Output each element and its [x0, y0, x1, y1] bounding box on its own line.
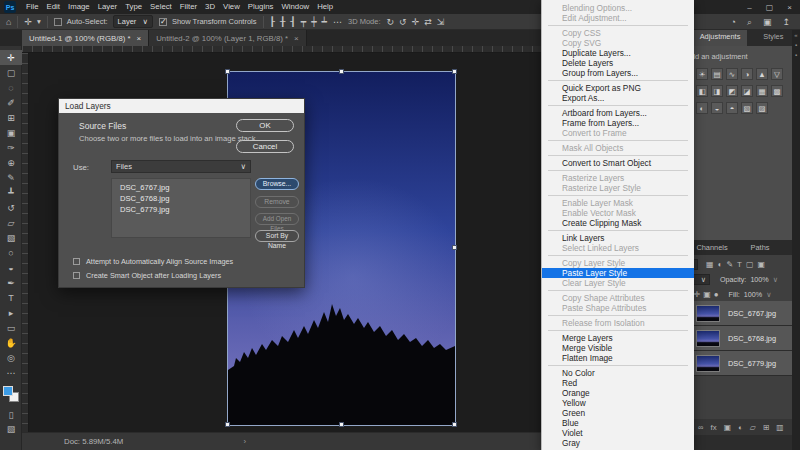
dialog-title-bar[interactable]: Load Layers: [59, 99, 304, 113]
adjustment-icon[interactable]: ◧: [696, 85, 708, 97]
menu-item[interactable]: View: [219, 0, 244, 14]
context-menu-item[interactable]: Release from Isolation: [542, 318, 694, 328]
tool-button[interactable]: ✐: [0, 95, 22, 110]
lock-icon[interactable]: ✛: [693, 290, 700, 299]
menu-item[interactable]: Image: [64, 0, 94, 14]
menu-item[interactable]: Plugins: [244, 0, 278, 14]
context-menu-item[interactable]: Create Clipping Mask: [542, 218, 694, 228]
tool-button[interactable]: ▸: [0, 305, 22, 320]
tool-button[interactable]: ◒: [0, 260, 22, 275]
quick-mask-button[interactable]: ▯: [0, 410, 22, 420]
menu-item[interactable]: Type: [121, 0, 146, 14]
context-menu-item[interactable]: Frame from Layers...: [542, 118, 694, 128]
tool-button[interactable]: ◎: [0, 350, 22, 365]
context-menu-item[interactable]: Orange: [542, 388, 694, 398]
lock-icon[interactable]: ▣: [703, 290, 711, 299]
tool-button[interactable]: ▱: [0, 215, 22, 230]
panel-tab[interactable]: Adjustments: [693, 28, 746, 46]
transform-handle[interactable]: [452, 245, 457, 250]
adjustment-icon[interactable]: ◪: [741, 85, 753, 97]
menu-item[interactable]: Window: [277, 0, 313, 14]
align-icon[interactable]: ╂: [280, 17, 285, 27]
create-smart-object-option[interactable]: Create Smart Object after Loading Layers: [73, 271, 221, 280]
dock-strip-icon[interactable]: ▪: [795, 52, 797, 58]
close-tab-icon[interactable]: ×: [137, 34, 142, 43]
workspace-icon[interactable]: ↥: [782, 17, 790, 27]
transform-handle[interactable]: [339, 422, 344, 427]
adjustment-icon[interactable]: ▧: [741, 102, 753, 114]
tool-button[interactable]: ┻: [0, 185, 22, 200]
adjustment-icon[interactable]: ▨: [756, 102, 768, 114]
context-menu-item[interactable]: Gray: [542, 438, 694, 448]
filter-icon[interactable]: ▣: [758, 260, 766, 269]
auto-select-dropdown[interactable]: Layer ∨: [113, 15, 153, 28]
tool-button[interactable]: ○: [0, 245, 22, 260]
transform-handle[interactable]: [225, 69, 230, 74]
filter-icon[interactable]: ▢: [746, 260, 754, 269]
tool-button[interactable]: ✋: [0, 335, 22, 350]
align-source-images-option[interactable]: Attempt to Automatically Align Source Im…: [73, 257, 233, 266]
layers-footer-icon[interactable]: ▱: [750, 423, 756, 432]
context-menu-item[interactable]: Duplicate Layers...: [542, 48, 694, 58]
context-menu-item[interactable]: Artboard from Layers...: [542, 108, 694, 118]
layers-footer-icon[interactable]: ⊞: [763, 423, 770, 432]
layer-thumbnail[interactable]: [696, 355, 720, 372]
auto-select-checkbox[interactable]: [54, 18, 62, 26]
menu-item[interactable]: Edit: [43, 0, 64, 14]
smart-object-checkbox[interactable]: [73, 272, 80, 279]
adjustment-icon[interactable]: ◑: [741, 68, 753, 80]
adjustment-icon[interactable]: ▩: [771, 85, 783, 97]
context-menu-item[interactable]: Quick Export as PNG: [542, 83, 694, 93]
show-transform-checkbox[interactable]: [159, 18, 167, 26]
opacity-value[interactable]: 100%: [750, 275, 768, 284]
context-menu-item[interactable]: Convert to Frame: [542, 128, 694, 138]
workspace-icon[interactable]: ⌕: [747, 17, 752, 28]
show-transform-control[interactable]: Show Transform Controls: [159, 17, 257, 26]
mode-icon[interactable]: ↻: [387, 17, 395, 27]
chevron-down-icon[interactable]: ∨: [773, 275, 778, 284]
screen-mode-button[interactable]: ▧: [0, 424, 22, 434]
workspace-icon[interactable]: ▣: [763, 17, 772, 27]
context-menu-item[interactable]: Rasterize Layer Style: [542, 183, 694, 193]
browse-button[interactable]: Browse...: [255, 178, 299, 190]
tool-button[interactable]: ⋯: [0, 365, 22, 380]
adjustment-icon[interactable]: ◨: [711, 85, 723, 97]
filter-icon[interactable]: ✎: [726, 260, 733, 269]
menu-item[interactable]: Filter: [176, 0, 201, 14]
tool-button[interactable]: ✑: [0, 140, 22, 155]
layers-footer-icon[interactable]: ▥: [776, 423, 783, 432]
panel-tab[interactable]: Channels: [688, 240, 736, 255]
cancel-button[interactable]: Cancel: [236, 140, 294, 153]
context-menu-item[interactable]: Select Linked Layers: [542, 243, 694, 253]
more-options-icon[interactable]: ⋯: [333, 17, 342, 27]
align-icon[interactable]: ┠: [270, 17, 275, 27]
home-icon[interactable]: ⌂: [6, 17, 11, 27]
adjustment-icon[interactable]: ◩: [726, 85, 738, 97]
layer-thumbnail[interactable]: [696, 330, 720, 347]
context-menu-item[interactable]: Enable Vector Mask: [542, 208, 694, 218]
context-menu-item[interactable]: Red: [542, 378, 694, 388]
menu-item[interactable]: Select: [146, 0, 176, 14]
maximize-button[interactable]: ▢: [766, 3, 774, 12]
context-menu-item[interactable]: Copy Shape Attributes: [542, 293, 694, 303]
adjustment-icon[interactable]: ☀: [696, 68, 708, 80]
context-menu-item[interactable]: Rasterize Layers: [542, 173, 694, 183]
mode-icon[interactable]: ⇄: [424, 17, 432, 27]
dock-strip-icon[interactable]: «: [794, 32, 797, 38]
adjustment-icon[interactable]: ▤: [711, 68, 723, 80]
tool-button[interactable]: ✒: [0, 275, 22, 290]
document-tab[interactable]: Untitled-2 @ 100% (Layer 1, RGB/8) * ×: [149, 30, 307, 46]
context-menu-item[interactable]: Export As...: [542, 93, 694, 103]
tool-button[interactable]: ✛: [0, 50, 22, 65]
file-list-item[interactable]: DSC_6779.jpg: [120, 204, 250, 215]
sort-by-name-button[interactable]: Sort By Name: [255, 230, 299, 242]
close-button[interactable]: ×: [787, 3, 792, 12]
file-list-item[interactable]: DSC_6768.jpg: [120, 193, 250, 204]
context-menu-item[interactable]: Flatten Image: [542, 353, 694, 363]
layers-footer-icon[interactable]: fx: [711, 423, 717, 432]
tool-button[interactable]: T: [0, 290, 22, 305]
adjustment-icon[interactable]: ◒: [711, 102, 723, 114]
filter-icon[interactable]: ▦: [706, 260, 714, 269]
context-menu-item[interactable]: Copy CSS: [542, 28, 694, 38]
adjustment-icon[interactable]: ◐: [696, 102, 708, 114]
